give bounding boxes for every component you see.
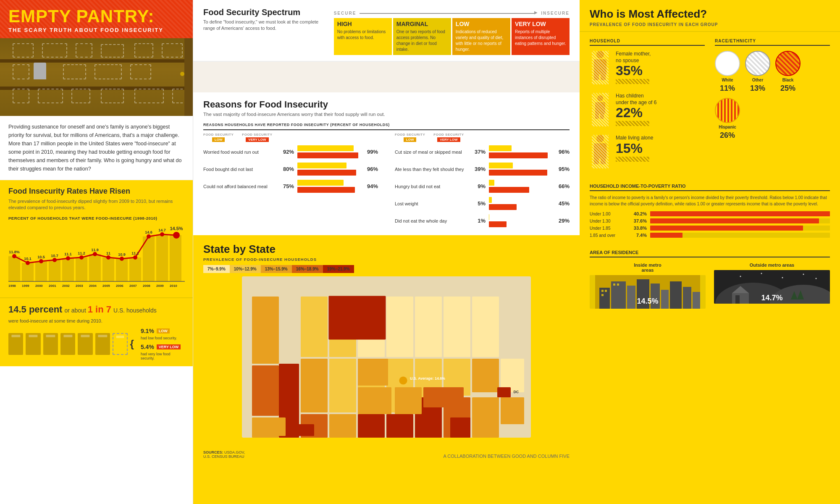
legend-low: FOOD SECURITY LOW <box>203 133 234 142</box>
svg-text:14.5%: 14.5% <box>637 297 658 305</box>
intro-text: Providing sustenance for oneself and one… <box>0 116 193 180</box>
title-main-text: EMPTY PANTRY: <box>8 6 154 26</box>
spectrum-desc: To define "food insecurity," we must loo… <box>203 19 321 32</box>
race-col-title: RACE/ETHNICITY <box>715 39 830 46</box>
reasons-title: Reasons for Food Insecurity <box>203 99 570 110</box>
svg-text:2010: 2010 <box>170 284 177 288</box>
race-black: Black 25% <box>775 51 801 93</box>
svg-point-16 <box>52 258 57 262</box>
verylow-security-stat: 5.4% VERY LOW <box>141 344 184 350</box>
area-metro-label: Inside metroareas <box>590 262 706 273</box>
state-nm <box>329 414 356 438</box>
state-mo <box>395 387 422 414</box>
svg-text:11.1: 11.1 <box>64 252 72 256</box>
reason-pct-vlow-r1: 96% <box>554 149 570 155</box>
svg-text:11.9: 11.9 <box>91 248 99 252</box>
svg-point-13 <box>12 254 16 258</box>
poverty-title: HOUSEHOLD INCOME-TO-POVERTY RATIO <box>590 184 830 191</box>
hh-item-male: Male living alone 15% <box>590 135 705 168</box>
reason-bar-vlow-r5 <box>489 221 507 227</box>
dc-label: DC <box>513 390 519 394</box>
pantry-illustration <box>0 38 193 116</box>
hh-info-female: Female mother,no spouse 35% <box>616 51 651 84</box>
band-verylow-desc: Reports of multiple instances of disrupt… <box>515 29 566 47</box>
svg-text:10.9: 10.9 <box>118 252 126 257</box>
state-nv <box>301 359 328 412</box>
svg-rect-8 <box>116 259 128 281</box>
svg-rect-62 <box>683 287 691 309</box>
reason-bar-low-r3 <box>489 180 494 186</box>
state-ok <box>386 414 413 438</box>
reason-pct-low-r3: 9% <box>470 183 486 189</box>
svg-rect-61 <box>670 281 682 309</box>
svg-point-15 <box>39 259 43 263</box>
reason-bar-vlow-r1 <box>489 152 548 158</box>
area-rural: Outside metro areas <box>714 262 830 309</box>
state-id <box>301 297 328 357</box>
svg-rect-55 <box>599 288 610 309</box>
stat-fraction: 1 in 7 <box>88 304 111 315</box>
hh-pct-male: 15% <box>616 142 653 155</box>
race-hispanic: Hispanic 26% <box>715 98 740 140</box>
svg-text:1998: 1998 <box>8 284 16 288</box>
area-section: AREA OF RESIDENCE Inside metroareas <box>580 245 840 314</box>
reason-pct-low-1: 92% <box>278 149 294 155</box>
spectrum-bands: HIGH No problems or limitations with acc… <box>334 18 570 55</box>
svg-rect-75 <box>735 295 740 304</box>
map-title: State by State <box>203 243 570 256</box>
svg-point-81 <box>803 274 804 275</box>
reason-bar-vlow-r2 <box>489 170 547 176</box>
legend-low-r: FOOD SECURITY LOW <box>395 133 425 142</box>
legend-verylow: FOOD SECURITY VERY LOW <box>242 133 272 142</box>
poverty-row-2: Under 1.30 37.6% <box>590 218 830 223</box>
band-verylow-name: VERY LOW <box>515 21 566 27</box>
area-metro-visual: 14.5% <box>590 275 706 309</box>
city-svg: 14.5% <box>590 275 706 309</box>
reasons-left-col: FOOD SECURITY LOW FOOD SECURITY VERY LOW… <box>203 132 378 231</box>
stat-detail: were food-insecure at some time during 2… <box>8 318 184 323</box>
race-white: White 11% <box>715 51 740 93</box>
reason-bar-wrap-3 <box>297 180 359 193</box>
reason-bar-vlow-3 <box>297 187 355 193</box>
city-bg: 14.5% <box>590 275 706 309</box>
state-wa <box>252 297 279 364</box>
who-subtitle: PREVALENCE OF FOOD INSECURITY IN EACH GR… <box>590 22 830 27</box>
svg-text:2001: 2001 <box>49 284 56 288</box>
reason-label-1: Worried food would run out <box>203 150 275 155</box>
reason-pct-low-3: 75% <box>278 183 294 189</box>
svg-point-21 <box>120 257 124 261</box>
spectrum-insecure-label: INSECURE <box>541 11 570 16</box>
stat-sub: or about <box>64 307 87 314</box>
svg-rect-66 <box>601 294 604 296</box>
white-circle <box>715 51 740 76</box>
svg-text:2005: 2005 <box>102 284 110 288</box>
reason-pct-low-r1: 37% <box>470 149 486 155</box>
map-section: State by State PREVALENCE OF FOOD-INSECU… <box>193 235 580 504</box>
poverty-pct-3: 33.8% <box>631 226 647 231</box>
black-name: Black <box>782 78 794 82</box>
reason-bar-low-2 <box>297 163 346 168</box>
rates-title: Food Insecurity Rates Have Risen <box>8 187 184 196</box>
reason-label-r3: Hungry but did not eat <box>395 184 466 189</box>
reasons-right-col: FOOD SECURITY LOW FOOD SECURITY VERY LOW… <box>395 132 570 231</box>
food-icon-3 <box>43 333 58 355</box>
reasons-grid: FOOD SECURITY LOW FOOD SECURITY VERY LOW… <box>203 132 570 231</box>
svg-point-25 <box>173 232 180 239</box>
svg-rect-73 <box>732 293 749 304</box>
svg-point-80 <box>782 277 783 278</box>
reason-label-2: Food bought did not last <box>203 167 275 172</box>
rates-subtitle: The prevalence of food-insecurity dipped… <box>8 198 184 211</box>
area-row: Inside metroareas <box>590 262 830 309</box>
area-metro: Inside metroareas <box>590 262 706 309</box>
poverty-row-4: 1.85 and over 7.4% <box>590 233 830 238</box>
hh-label-children: Has childrenunder the age of 6 <box>616 93 656 106</box>
svg-point-14 <box>26 261 30 265</box>
food-icon-empty <box>113 333 127 355</box>
state-pa <box>472 359 499 392</box>
band-verylow: VERY LOW Reports of multiple instances o… <box>512 18 570 55</box>
reason-bar-vlow-2 <box>297 170 356 176</box>
svg-rect-60 <box>661 290 669 309</box>
band-marginal-name: MARGINAL <box>396 21 448 27</box>
reason-bar-vlow-1 <box>297 152 358 158</box>
white-name: White <box>722 78 733 82</box>
